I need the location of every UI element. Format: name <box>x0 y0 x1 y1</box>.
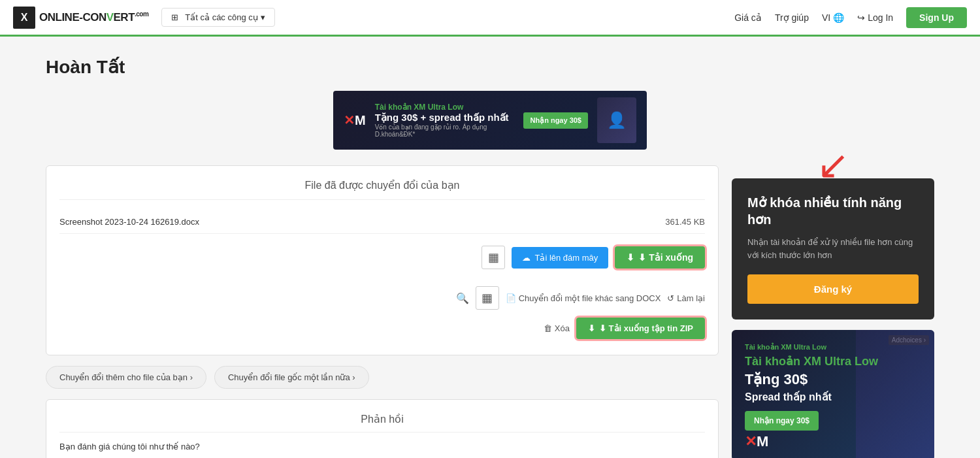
file-icon: 📄 <box>506 293 516 303</box>
content-right: ↙ Mở khóa nhiều tính năng hơn Nhận tài k… <box>732 165 934 458</box>
logo-text: ONLINE-CONVERT.com <box>39 10 148 24</box>
download-icon: ⬇ <box>627 252 634 263</box>
upload-cloud-button[interactable]: ☁ Tải lên đám mây <box>512 247 608 269</box>
ad-tagline: Tài khoản XM Ultra Low <box>375 103 515 112</box>
file-name: Screenshot 2023-10-24 162619.docx <box>59 217 199 227</box>
nav-tools-button[interactable]: ⊞ Tất cả các công cụ ▾ <box>161 8 274 27</box>
second-action-row: 🔍 ▦ 📄 Chuyển đổi một file khác sang DOCX… <box>59 281 705 315</box>
arrow-annotation: ↙ <box>817 146 849 185</box>
price-link[interactable]: Giá cả <box>734 12 762 23</box>
right-ad-sub-line: Spread thấp nhất <box>745 391 921 403</box>
download-button[interactable]: ⬇ ⬇ Tải xuống <box>615 246 705 269</box>
convert-more-button[interactable]: Chuyển đổi thêm cho file của bạn › <box>46 366 206 389</box>
third-action-row: 🗑 Xóa ⬇ ⬇ Tải xuống tập tin ZIP <box>59 315 705 342</box>
file-size: 361.45 KB <box>665 217 705 227</box>
top-ad-banner[interactable]: ✕M Tài khoản XM Ultra Low Tặng 30$ + spr… <box>333 91 647 150</box>
globe-icon: 🌐 <box>833 12 844 23</box>
signup-button[interactable]: Sign Up <box>906 7 967 28</box>
ad-sub-text: Vốn của bạn đang gặp rủi ro. Áp dụng D.k… <box>375 123 515 138</box>
content-left: File đã được chuyển đổi của bạn Screensh… <box>46 165 719 458</box>
chevron-down-icon: ▾ <box>261 12 265 22</box>
search-icon[interactable]: 🔍 <box>456 292 469 304</box>
cloud-icon: ☁ <box>522 253 531 263</box>
qr-icon-second[interactable]: ▦ <box>476 286 499 310</box>
content-layout: File đã được chuyển đổi của bạn Screensh… <box>46 165 934 458</box>
feedback-box: Phản hồi Bạn đánh giá chúng tôi như thế … <box>46 399 719 458</box>
header: X ONLINE-CONVERT.com ⊞ Tất cả các công c… <box>0 0 980 37</box>
language-button[interactable]: VI 🌐 <box>822 12 844 23</box>
right-ad-cta-button[interactable]: Nhận ngay 30$ <box>745 411 819 431</box>
feedback-title: Phản hồi <box>59 413 705 433</box>
unlock-container: ↙ Mở khóa nhiều tính năng hơn Nhận tài k… <box>732 178 934 319</box>
right-ad-tagline: Tài khoản XM Ultra Low <box>745 343 921 352</box>
ad-content: Tài khoản XM Ultra Low Tặng 30$ + spread… <box>375 103 515 138</box>
qr-code-icon[interactable]: ▦ <box>482 246 505 269</box>
file-actions-row: ▦ ☁ Tải lên đám mây ⬇ ⬇ Tải xuống <box>59 240 705 274</box>
login-arrow-icon: ↪ <box>857 12 865 23</box>
convert-more-row: Chuyển đổi thêm cho file của bạn › Chuyể… <box>46 366 719 389</box>
delete-button[interactable]: 🗑 Xóa <box>544 323 570 333</box>
help-link[interactable]: Trợ giúp <box>775 12 809 23</box>
page-title: Hoàn Tất <box>46 56 934 78</box>
unlock-desc: Nhận tài khoản để xử lý nhiều file hơn c… <box>747 236 919 261</box>
main-content: Hoàn Tất ✕M Tài khoản XM Ultra Low Tặng … <box>33 37 947 458</box>
feedback-question: Bạn đánh giá chúng tôi như thế nào? <box>59 442 705 451</box>
ad-xm-logo: ✕M <box>344 112 366 128</box>
redo-link[interactable]: ↺ Làm lại <box>667 293 705 303</box>
download-zip-button[interactable]: ⬇ ⬇ Tải xuống tập tin ZIP <box>576 318 705 339</box>
logo[interactable]: X ONLINE-CONVERT.com <box>13 7 148 29</box>
unlock-box: Mở khóa nhiều tính năng hơn Nhận tài kho… <box>732 178 934 319</box>
right-ad-title-text: Tài khoản XM Ultra Low <box>745 354 921 368</box>
right-ad-main-line1: Tặng 30$ <box>745 371 921 388</box>
ad-cta-button[interactable]: Nhận ngay 30$ <box>523 112 588 129</box>
nav-tools-label: Tất cả các công cụ <box>185 12 257 22</box>
header-right: Giá cả Trợ giúp VI 🌐 ↪ Log In Sign Up <box>734 7 967 28</box>
lang-label: VI <box>822 12 830 23</box>
ad-right-decoration: 👤 <box>597 97 636 143</box>
logo-icon: X <box>13 7 35 29</box>
login-button[interactable]: ↪ Log In <box>857 12 893 23</box>
grid-icon: ⊞ <box>171 12 178 22</box>
trash-icon: 🗑 <box>544 323 552 333</box>
zip-download-icon: ⬇ <box>588 323 595 333</box>
file-box-title: File đã được chuyển đổi của bạn <box>59 179 705 200</box>
file-row: Screenshot 2023-10-24 162619.docx 361.45… <box>59 210 705 234</box>
right-ad-banner[interactable]: Adchoices › Tài khoản XM Ultra Low Tài k… <box>732 330 934 458</box>
right-ad-content: Tài khoản XM Ultra Low Tài khoản XM Ultr… <box>745 343 921 431</box>
convert-original-button[interactable]: Chuyển đổi file gốc một lần nữa › <box>214 366 369 389</box>
redo-icon: ↺ <box>667 293 674 303</box>
register-button[interactable]: Đăng ký <box>747 274 919 304</box>
right-ad-logo: ✕M <box>745 433 768 450</box>
unlock-title: Mở khóa nhiều tính năng hơn <box>747 194 919 228</box>
convert-other-link[interactable]: 📄 Chuyển đổi một file khác sang DOCX <box>506 293 661 303</box>
file-conversion-box: File đã được chuyển đổi của bạn Screensh… <box>46 165 719 355</box>
ad-main-text: Tặng 30$ + spread thấp nhất <box>375 112 515 123</box>
